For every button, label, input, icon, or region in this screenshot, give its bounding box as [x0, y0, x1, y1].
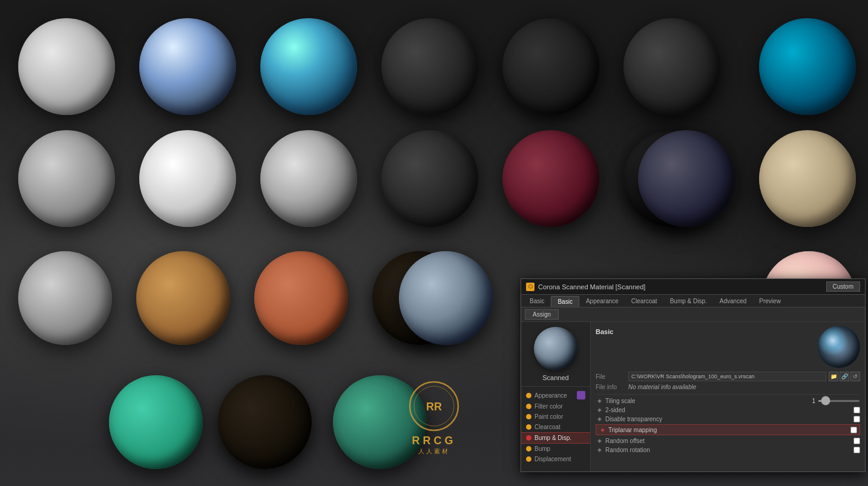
prop-row-bump-disp[interactable]: Bump & Disp. — [521, 432, 590, 444]
panel-title-left: ⬡ Corona Scanned Material [Scanned] — [526, 283, 645, 291]
tiling-scale-row: ◈ Tiling scale 1 — [596, 397, 860, 404]
disable-trans-checkbox[interactable] — [853, 416, 860, 422]
two-sided-checkbox[interactable] — [853, 407, 860, 413]
prop-row-bump[interactable]: Bump — [521, 444, 590, 454]
prop-label-bump: Bump — [534, 445, 550, 452]
sphere-metal-mid[interactable] — [638, 130, 735, 227]
prop-dot-bump-only — [526, 446, 531, 452]
prop-dot-appearance — [526, 393, 531, 398]
sphere-foil[interactable] — [399, 251, 493, 345]
prop-row-clearcoat[interactable]: Clearcoat — [521, 422, 590, 432]
panel-preset-btn[interactable]: Custom — [826, 281, 860, 292]
watermark-brand: RRCG — [412, 435, 456, 447]
tab-preview[interactable]: Preview — [753, 296, 787, 307]
tab-basic-1[interactable]: Basic — [524, 296, 550, 307]
sphere-4[interactable] — [381, 18, 478, 115]
random-offset-label: Random offset — [605, 438, 851, 444]
prop-dot-clearcoat — [526, 424, 531, 430]
random-offset-checkbox[interactable] — [853, 438, 860, 444]
triplanar-row: ◈ Triplanar mapping — [596, 424, 860, 435]
panel-content: Scanned Appearance Filter color — [521, 322, 865, 471]
sphere-10[interactable] — [381, 130, 478, 227]
watermark: RR RRCG 人人素材 — [407, 379, 461, 456]
two-sided-icon: ◈ — [596, 406, 603, 413]
sphere-1[interactable] — [18, 18, 115, 115]
sphere-5[interactable] — [502, 18, 599, 115]
prop-label-filter: Filter color — [534, 403, 563, 410]
sphere-11[interactable] — [502, 130, 599, 227]
prop-dot-filter — [526, 404, 531, 409]
sphere-teal-glitter[interactable] — [109, 375, 203, 469]
render-background: RR RRCG 人人素材 ⬡ Corona Scanned Material [… — [0, 0, 868, 486]
panel-left: Scanned Appearance Filter color — [521, 322, 591, 471]
mat-preview-wrap: Scanned — [521, 322, 590, 387]
triplanar-label: Triplanar mapping — [608, 427, 848, 433]
sphere-teal-top[interactable] — [759, 18, 856, 115]
mat-sphere-preview — [534, 327, 577, 370]
sphere-r3-3[interactable] — [254, 251, 348, 345]
right-header: Basic — [596, 326, 860, 368]
prop-label-clearcoat: Clearcoat — [534, 424, 561, 430]
prop-label-bump-disp: Bump & Disp. — [534, 435, 571, 441]
triplanar-checkbox[interactable] — [850, 427, 857, 433]
sphere-r3-2[interactable] — [136, 251, 230, 345]
prop-row-paint-color[interactable]: Paint color — [521, 412, 590, 422]
prop-dot-paint — [526, 414, 531, 419]
prop-dot-displacement — [526, 456, 531, 462]
watermark-logo-svg: RR — [407, 379, 461, 433]
panel-app-icon: ⬡ — [526, 283, 534, 291]
sphere-rough-dark[interactable] — [218, 375, 312, 469]
right-sphere-preview — [818, 326, 860, 368]
file-link-icon[interactable]: 🔗 — [840, 372, 849, 381]
mat-name-label: Scanned — [542, 374, 568, 381]
prop-label-displacement: Displacement — [534, 456, 571, 462]
prop-label-paint: Paint color — [534, 413, 563, 420]
prop-color-appearance — [577, 391, 585, 399]
random-rotation-row: ◈ Random rotation — [596, 446, 860, 453]
section-label: Basic — [596, 326, 813, 339]
tab-bump-disp[interactable]: Bump & Disp. — [664, 296, 713, 307]
prop-dot-bump — [526, 435, 531, 441]
tab-advanced[interactable]: Advanced — [714, 296, 752, 307]
tiling-label: Tiling scale — [605, 398, 798, 404]
panel-tabs: Basic Basic Appearance Clearcoat Bump & … — [521, 295, 865, 307]
sphere-row-0 — [18, 18, 720, 115]
tab-basic-2[interactable]: Basic — [551, 296, 579, 307]
file-info-label: File info — [596, 384, 626, 390]
random-offset-icon: ◈ — [596, 437, 603, 444]
tab-appearance[interactable]: Appearance — [580, 296, 625, 307]
file-info-value: No material info available — [628, 384, 696, 390]
sphere-2[interactable] — [139, 18, 236, 115]
sphere-7[interactable] — [18, 130, 115, 227]
file-label: File — [596, 373, 626, 380]
prop-row-appearance[interactable]: Appearance — [521, 389, 590, 401]
sphere-6[interactable] — [623, 18, 720, 115]
prop-row-displacement[interactable]: Displacement — [521, 454, 590, 464]
prop-row-filter-color[interactable]: Filter color — [521, 401, 590, 412]
file-open-icon[interactable]: 📁 — [829, 372, 838, 381]
random-rotation-checkbox[interactable] — [853, 447, 860, 453]
file-icon-group: 📁 🔗 ↺ — [829, 372, 860, 381]
file-path-value[interactable]: C:\WORK\VR Scans\hologram_100_euro_s.vrs… — [628, 372, 826, 381]
panel-title-bar: ⬡ Corona Scanned Material [Scanned] Cust… — [521, 279, 865, 295]
assign-bar: Assign — [521, 307, 865, 322]
sphere-9[interactable] — [260, 130, 357, 227]
file-reload-icon[interactable]: ↺ — [850, 372, 860, 381]
tiling-icon: ◈ — [596, 397, 603, 404]
assign-button[interactable]: Assign — [525, 309, 559, 320]
triplanar-icon: ◈ — [599, 426, 606, 433]
tiling-slider[interactable] — [818, 400, 860, 402]
tab-clearcoat[interactable]: Clearcoat — [625, 296, 663, 307]
sphere-8[interactable] — [139, 130, 236, 227]
disable-trans-label: Disable transparency — [605, 416, 851, 422]
prop-label-appearance: Appearance — [534, 392, 567, 399]
tiling-value: 1 — [800, 398, 815, 404]
random-rotation-label: Random rotation — [605, 447, 851, 453]
panel-title-text: Corona Scanned Material [Scanned] — [538, 283, 645, 291]
sphere-tan[interactable] — [759, 130, 856, 227]
two-sided-row: ◈ 2-sided — [596, 406, 860, 413]
random-offset-row: ◈ Random offset — [596, 437, 860, 444]
sphere-3[interactable] — [260, 18, 357, 115]
watermark-subtitle: 人人素材 — [418, 447, 450, 456]
sphere-r3-1[interactable] — [18, 251, 112, 345]
